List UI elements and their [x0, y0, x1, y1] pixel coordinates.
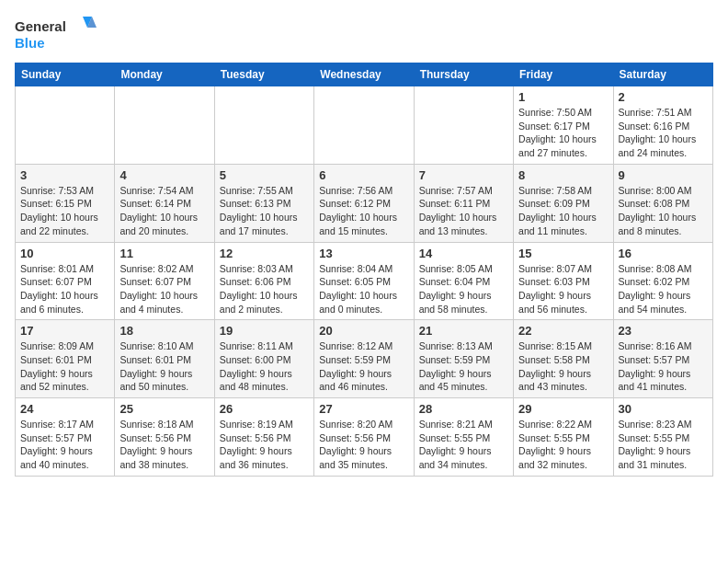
day-number: 23 — [619, 324, 708, 338]
day-number: 16 — [619, 247, 708, 260]
day-info: Sunrise: 8:20 AM Sunset: 5:56 PM Dayligh… — [319, 418, 408, 472]
day-info: Sunrise: 8:04 AM Sunset: 6:05 PM Dayligh… — [319, 262, 408, 316]
day-info: Sunrise: 8:16 AM Sunset: 5:57 PM Dayligh… — [619, 339, 708, 394]
day-info: Sunrise: 7:57 AM Sunset: 6:11 PM Dayligh… — [419, 184, 508, 238]
calendar-cell: 27Sunrise: 8:20 AM Sunset: 5:56 PM Dayli… — [314, 398, 414, 477]
day-info: Sunrise: 8:03 AM Sunset: 6:06 PM Dayligh… — [220, 262, 309, 316]
day-number: 30 — [619, 402, 708, 416]
day-info: Sunrise: 8:05 AM Sunset: 6:04 PM Dayligh… — [419, 262, 508, 316]
weekday-header-saturday: Saturday — [613, 63, 712, 86]
day-number: 21 — [419, 324, 508, 338]
day-info: Sunrise: 8:11 AM Sunset: 6:00 PM Dayligh… — [220, 339, 309, 394]
day-info: Sunrise: 8:17 AM Sunset: 5:57 PM Dayligh… — [20, 418, 109, 472]
day-info: Sunrise: 8:10 AM Sunset: 6:01 PM Dayligh… — [119, 339, 209, 394]
day-number: 12 — [220, 247, 309, 260]
calendar-cell — [314, 86, 414, 165]
day-number: 13 — [319, 247, 408, 260]
calendar-cell: 20Sunrise: 8:12 AM Sunset: 5:59 PM Dayli… — [314, 320, 414, 398]
calendar-cell: 23Sunrise: 8:16 AM Sunset: 5:57 PM Dayli… — [613, 320, 712, 398]
day-number: 8 — [518, 168, 608, 182]
calendar-cell — [16, 86, 115, 165]
day-number: 26 — [220, 402, 309, 416]
calendar-cell — [115, 86, 214, 165]
day-info: Sunrise: 7:55 AM Sunset: 6:13 PM Dayligh… — [220, 184, 309, 238]
day-number: 5 — [220, 168, 309, 182]
calendar-week-5: 24Sunrise: 8:17 AM Sunset: 5:57 PM Dayli… — [16, 398, 713, 477]
day-number: 15 — [518, 247, 608, 260]
day-info: Sunrise: 8:07 AM Sunset: 6:03 PM Dayligh… — [518, 262, 608, 316]
day-number: 17 — [20, 324, 109, 338]
calendar-cell: 5Sunrise: 7:55 AM Sunset: 6:13 PM Daylig… — [214, 164, 313, 242]
day-number: 4 — [119, 168, 209, 182]
day-info: Sunrise: 7:53 AM Sunset: 6:15 PM Dayligh… — [20, 184, 109, 238]
day-info: Sunrise: 8:13 AM Sunset: 5:59 PM Dayligh… — [419, 339, 508, 394]
day-number: 1 — [518, 90, 608, 104]
day-number: 3 — [20, 168, 109, 182]
weekday-header-monday: Monday — [115, 63, 214, 86]
day-info: Sunrise: 8:12 AM Sunset: 5:59 PM Dayligh… — [319, 339, 408, 394]
calendar-cell: 17Sunrise: 8:09 AM Sunset: 6:01 PM Dayli… — [16, 320, 115, 398]
calendar-cell: 6Sunrise: 7:56 AM Sunset: 6:12 PM Daylig… — [314, 164, 414, 242]
weekday-header-sunday: Sunday — [16, 63, 115, 86]
calendar-cell: 15Sunrise: 8:07 AM Sunset: 6:03 PM Dayli… — [514, 242, 613, 320]
calendar-week-1: 1Sunrise: 7:50 AM Sunset: 6:17 PM Daylig… — [16, 86, 713, 165]
calendar-cell: 16Sunrise: 8:08 AM Sunset: 6:02 PM Dayli… — [613, 242, 712, 320]
day-info: Sunrise: 8:22 AM Sunset: 5:55 PM Dayligh… — [518, 418, 608, 472]
day-number: 2 — [619, 90, 708, 104]
day-number: 25 — [119, 402, 209, 416]
day-info: Sunrise: 8:18 AM Sunset: 5:56 PM Dayligh… — [119, 418, 209, 472]
calendar-cell: 8Sunrise: 7:58 AM Sunset: 6:09 PM Daylig… — [514, 164, 613, 242]
calendar-cell: 21Sunrise: 8:13 AM Sunset: 5:59 PM Dayli… — [414, 320, 513, 398]
day-info: Sunrise: 7:50 AM Sunset: 6:17 PM Dayligh… — [518, 106, 608, 160]
day-info: Sunrise: 8:23 AM Sunset: 5:55 PM Dayligh… — [619, 418, 708, 472]
day-number: 10 — [20, 247, 109, 260]
day-info: Sunrise: 8:21 AM Sunset: 5:55 PM Dayligh… — [419, 418, 508, 472]
day-number: 20 — [319, 324, 408, 338]
day-info: Sunrise: 8:00 AM Sunset: 6:08 PM Dayligh… — [619, 184, 708, 238]
day-info: Sunrise: 7:58 AM Sunset: 6:09 PM Dayligh… — [518, 184, 608, 238]
calendar-cell: 1Sunrise: 7:50 AM Sunset: 6:17 PM Daylig… — [514, 86, 613, 165]
calendar-cell: 29Sunrise: 8:22 AM Sunset: 5:55 PM Dayli… — [514, 398, 613, 477]
calendar-cell: 12Sunrise: 8:03 AM Sunset: 6:06 PM Dayli… — [214, 242, 313, 320]
day-info: Sunrise: 7:51 AM Sunset: 6:16 PM Dayligh… — [619, 106, 708, 160]
calendar-cell: 30Sunrise: 8:23 AM Sunset: 5:55 PM Dayli… — [613, 398, 712, 477]
calendar-cell: 25Sunrise: 8:18 AM Sunset: 5:56 PM Dayli… — [115, 398, 214, 477]
calendar-cell: 11Sunrise: 8:02 AM Sunset: 6:07 PM Dayli… — [115, 242, 214, 320]
weekday-header-tuesday: Tuesday — [214, 63, 313, 86]
day-number: 27 — [319, 402, 408, 416]
day-number: 19 — [220, 324, 309, 338]
day-number: 24 — [20, 402, 109, 416]
page-header: General Blue — [15, 15, 713, 55]
calendar-cell: 22Sunrise: 8:15 AM Sunset: 5:58 PM Dayli… — [514, 320, 613, 398]
weekday-header-row: SundayMondayTuesdayWednesdayThursdayFrid… — [16, 63, 713, 86]
logo: General Blue — [15, 15, 97, 55]
day-number: 11 — [119, 247, 209, 260]
calendar-cell: 4Sunrise: 7:54 AM Sunset: 6:14 PM Daylig… — [115, 164, 214, 242]
day-number: 29 — [518, 402, 608, 416]
day-info: Sunrise: 8:01 AM Sunset: 6:07 PM Dayligh… — [20, 262, 109, 316]
calendar-cell: 28Sunrise: 8:21 AM Sunset: 5:55 PM Dayli… — [414, 398, 513, 477]
day-number: 14 — [419, 247, 508, 260]
logo-svg: General Blue — [15, 15, 97, 55]
day-info: Sunrise: 8:15 AM Sunset: 5:58 PM Dayligh… — [518, 339, 608, 394]
day-number: 9 — [619, 168, 708, 182]
weekday-header-friday: Friday — [514, 63, 613, 86]
day-info: Sunrise: 8:09 AM Sunset: 6:01 PM Dayligh… — [20, 339, 109, 394]
day-number: 7 — [419, 168, 508, 182]
weekday-header-wednesday: Wednesday — [314, 63, 414, 86]
calendar-cell: 18Sunrise: 8:10 AM Sunset: 6:01 PM Dayli… — [115, 320, 214, 398]
calendar-week-4: 17Sunrise: 8:09 AM Sunset: 6:01 PM Dayli… — [16, 320, 713, 398]
calendar-cell: 10Sunrise: 8:01 AM Sunset: 6:07 PM Dayli… — [16, 242, 115, 320]
calendar-cell: 9Sunrise: 8:00 AM Sunset: 6:08 PM Daylig… — [613, 164, 712, 242]
day-info: Sunrise: 8:02 AM Sunset: 6:07 PM Dayligh… — [119, 262, 209, 316]
calendar-cell: 2Sunrise: 7:51 AM Sunset: 6:16 PM Daylig… — [613, 86, 712, 165]
day-number: 22 — [518, 324, 608, 338]
day-info: Sunrise: 7:54 AM Sunset: 6:14 PM Dayligh… — [119, 184, 209, 238]
day-number: 6 — [319, 168, 408, 182]
calendar-cell: 7Sunrise: 7:57 AM Sunset: 6:11 PM Daylig… — [414, 164, 513, 242]
calendar-cell — [414, 86, 513, 165]
calendar-cell: 24Sunrise: 8:17 AM Sunset: 5:57 PM Dayli… — [16, 398, 115, 477]
calendar-cell — [214, 86, 313, 165]
day-number: 28 — [419, 402, 508, 416]
weekday-header-thursday: Thursday — [414, 63, 513, 86]
